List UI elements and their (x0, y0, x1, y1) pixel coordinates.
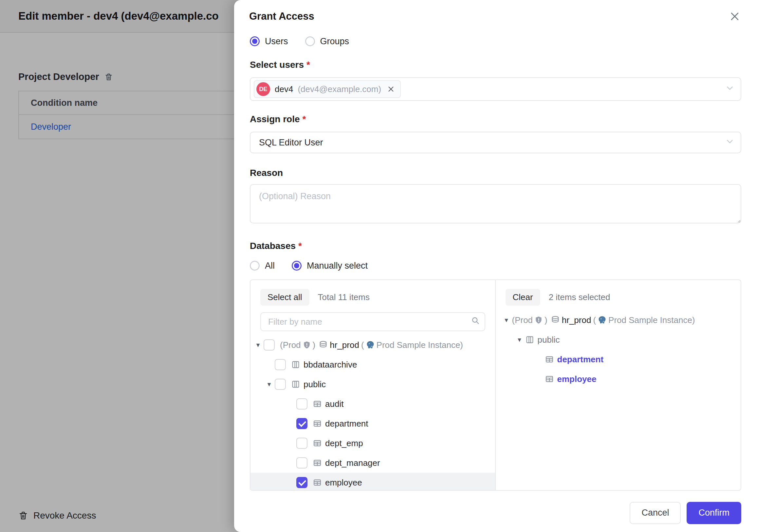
caret-down-icon[interactable] (263, 380, 275, 388)
checkbox-dept_emp[interactable] (296, 438, 308, 449)
table-icon (313, 458, 322, 467)
tree-row-table-employee[interactable]: employee (496, 369, 741, 389)
schema-name: bbdataarchive (304, 360, 357, 370)
database-transfer: Select all Total 11 items (Prod (250, 279, 741, 491)
search-icon (471, 316, 480, 328)
filter-field (260, 312, 485, 331)
target-panel-header: Clear 2 items selected (505, 288, 731, 306)
schema-icon (525, 335, 534, 344)
close-button[interactable] (728, 9, 742, 24)
tree-row-table-dept_manager[interactable]: dept_manager (251, 453, 495, 473)
radio-users[interactable]: Users (250, 36, 288, 47)
tree-row-table-dept_emp[interactable]: dept_emp (251, 433, 495, 453)
tree-row-schema-bbdataarchive[interactable]: bbdataarchive (251, 355, 495, 374)
table-name: dept_emp (325, 438, 363, 449)
tree-row-table-department[interactable]: department (496, 350, 741, 369)
checkbox-public[interactable] (275, 379, 286, 390)
caret-down-icon[interactable] (253, 341, 263, 349)
close-icon (387, 85, 395, 93)
user-chip: DE dev4 (dev4@example.com) (254, 80, 401, 98)
radio-groups-control[interactable] (305, 36, 315, 46)
table-name: dept_manager (325, 458, 380, 468)
drawer-footer: Cancel Confirm (234, 494, 757, 532)
instance-badge: ( Prod Sample Instance) (593, 315, 695, 325)
radio-manually-select[interactable]: Manually select (292, 261, 368, 271)
chevron-down-icon (725, 83, 735, 95)
drawer-body: Users Groups Select users * DE dev4 (dev… (234, 33, 757, 494)
selected-table-department[interactable]: department (557, 355, 604, 364)
schema-name: public (304, 379, 326, 390)
select-all-button[interactable]: Select all (260, 289, 309, 306)
caret-down-icon[interactable] (514, 336, 525, 344)
checkbox-hr_prod[interactable] (263, 339, 275, 351)
tree-row-schema-public[interactable]: public (496, 330, 741, 350)
table-icon (313, 419, 322, 428)
required-asterisk: * (307, 60, 310, 70)
postgresql-icon (366, 340, 375, 350)
radio-groups[interactable]: Groups (305, 36, 349, 47)
table-name: employee (325, 478, 362, 488)
table-name: department (325, 419, 368, 429)
radio-users-control[interactable] (250, 36, 260, 46)
checkbox-bbdataarchive[interactable] (275, 359, 286, 370)
avatar: DE (257, 82, 270, 96)
radio-users-label: Users (265, 36, 288, 47)
required-asterisk: * (302, 114, 306, 124)
tree-row-database-hr_prod[interactable]: (Prod ) hr_prod ( Prod Sample Instance) (251, 335, 495, 355)
databases-radio-group: All Manually select (250, 260, 741, 271)
database-name: hr_prod (562, 315, 591, 325)
databases-label: Databases * (250, 241, 741, 251)
database-icon (318, 340, 328, 350)
caret-down-icon[interactable] (501, 316, 512, 324)
selected-count-label: 2 items selected (549, 292, 610, 302)
close-icon (729, 11, 740, 22)
shield-exclamation-icon (303, 341, 311, 349)
postgresql-icon (597, 315, 607, 325)
tree-row-table-department[interactable]: department (251, 414, 495, 433)
reason-label: Reason (250, 168, 741, 178)
source-panel-header: Select all Total 11 items (260, 288, 485, 306)
grant-access-drawer: Grant Access Users Groups Select users *… (234, 0, 757, 532)
remove-user-button[interactable] (387, 85, 395, 93)
assign-role-select[interactable]: SQL Editor User (250, 132, 741, 153)
scope-radio-group: Users Groups (250, 35, 741, 47)
drawer-title: Grant Access (249, 11, 314, 22)
source-tree: (Prod ) hr_prod ( Prod Sample Instance) (251, 335, 495, 490)
tree-row-table-employee[interactable]: employee (251, 473, 495, 490)
clear-button[interactable]: Clear (505, 289, 540, 306)
cancel-button[interactable]: Cancel (630, 502, 681, 524)
checkbox-employee[interactable] (296, 477, 308, 488)
checkbox-dept_manager[interactable] (296, 457, 308, 468)
assign-role-value: SQL Editor User (259, 138, 323, 148)
table-icon (545, 355, 554, 364)
transfer-target-panel: Clear 2 items selected (Prod ) hr_prod (496, 280, 741, 490)
radio-all-control[interactable] (250, 261, 260, 270)
target-tree: (Prod ) hr_prod ( Prod Sample Instance) (496, 310, 741, 389)
select-users-input[interactable]: DE dev4 (dev4@example.com) (250, 77, 741, 101)
shield-exclamation-icon (534, 316, 543, 324)
environment-badge: (Prod ) (280, 340, 315, 350)
table-icon (313, 439, 322, 448)
tree-row-table-audit[interactable]: audit (251, 394, 495, 414)
reason-textarea[interactable] (250, 184, 741, 223)
checkbox-department[interactable] (296, 418, 308, 429)
filter-input[interactable] (260, 312, 485, 331)
tree-row-database-hr_prod[interactable]: (Prod ) hr_prod ( Prod Sample Instance) (496, 310, 741, 330)
environment-badge: (Prod ) (512, 315, 547, 325)
tree-row-schema-public[interactable]: public (251, 374, 495, 394)
select-users-label: Select users * (250, 60, 741, 70)
schema-icon (291, 380, 300, 389)
assign-role-label: Assign role * (250, 114, 741, 124)
confirm-button[interactable]: Confirm (686, 502, 741, 524)
instance-badge: ( Prod Sample Instance) (361, 340, 463, 350)
selected-table-employee[interactable]: employee (557, 374, 596, 384)
schema-icon (291, 360, 300, 369)
database-icon (551, 315, 560, 325)
radio-all-databases[interactable]: All (250, 261, 275, 271)
radio-manual-control[interactable] (292, 261, 302, 270)
radio-groups-label: Groups (320, 36, 349, 47)
transfer-source-panel: Select all Total 11 items (Prod (251, 280, 496, 490)
checkbox-audit[interactable] (296, 398, 308, 410)
table-name: audit (325, 399, 344, 409)
chevron-down-icon (725, 137, 735, 149)
